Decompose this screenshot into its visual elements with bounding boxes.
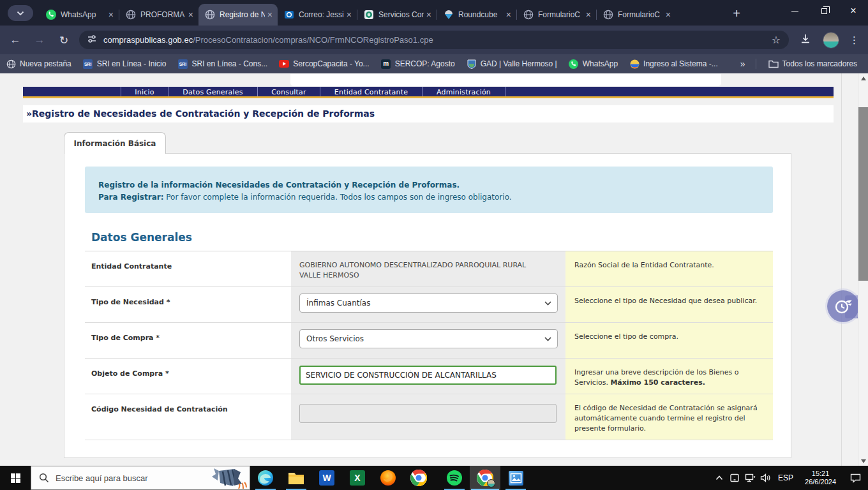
url-text[interactable]: compraspublicas.gob.ec/ProcesoContrataci… — [103, 35, 772, 45]
menu-item-administracion[interactable]: Administración — [423, 87, 505, 96]
bookmark-item[interactable]: Nueva pestaña — [0, 57, 77, 71]
tray-volume-icon[interactable] — [758, 466, 773, 490]
tipo-compra-select[interactable]: Otros Servicios — [299, 329, 558, 348]
bookmarks-overflow-icon[interactable]: » — [737, 59, 749, 69]
tab-close-icon[interactable]: × — [267, 10, 273, 19]
forward-button[interactable]: → — [31, 32, 48, 48]
menu-item-consultar[interactable]: Consultar — [258, 87, 320, 96]
taskbar-excel[interactable]: X — [342, 466, 373, 490]
fast-clock-icon — [827, 290, 858, 322]
tab-close-icon[interactable]: × — [586, 10, 591, 19]
tray-chevron-up-icon[interactable] — [712, 466, 727, 490]
taskbar-chrome-active[interactable] — [470, 466, 500, 490]
language-indicator[interactable]: ESP — [773, 473, 798, 482]
floating-timer-widget[interactable] — [827, 290, 858, 323]
bookmark-label: SRI en Línea - Inicio — [97, 59, 167, 68]
browser-tab-strip: WhatsApp × PROFORMA × Registro de N × Co… — [0, 0, 868, 26]
menu-item-datos-generales[interactable]: Datos Generales — [168, 87, 258, 96]
menu-item-entidad-contratante[interactable]: Entidad Contratante — [320, 87, 423, 96]
bookmark-item[interactable]: m SERCOP: Agosto — [375, 57, 461, 71]
bookmark-item[interactable]: GAD | Valle Hermoso | — [461, 57, 563, 71]
tab-title: FormularioC — [618, 10, 663, 19]
ecuador-emblem-icon — [629, 59, 640, 69]
minimize-icon — [791, 11, 798, 11]
tab-informacion-basica[interactable]: Información Básica — [64, 132, 166, 154]
menu-spacer — [23, 87, 121, 96]
windows-logo-icon — [11, 473, 20, 483]
angelfish-illustration — [210, 467, 248, 490]
back-button[interactable]: ← — [7, 32, 24, 48]
window-close-button[interactable]: × — [839, 0, 868, 22]
bookmark-item[interactable]: SercopCapacita - Yo... — [273, 57, 375, 71]
tab-close-icon[interactable]: × — [347, 10, 352, 19]
taskbar-search-box[interactable]: Escribe aquí para buscar — [31, 466, 250, 490]
search-placeholder: Escribe aquí para buscar — [56, 473, 148, 483]
value-cell: GOBIERNO AUTONOMO DESCENTRALIZADO PARROQ… — [291, 251, 565, 286]
value-cell: Otros Servicios — [291, 323, 565, 358]
objeto-compra-input[interactable] — [299, 366, 557, 385]
browser-tab-roundcube[interactable]: Roundcube × — [437, 4, 516, 26]
tipo-necesidad-select[interactable]: Ínfimas Cuantías — [299, 293, 558, 313]
taskbar-photos[interactable] — [500, 466, 531, 490]
start-button[interactable] — [0, 466, 31, 490]
page-scrollbar[interactable] — [858, 73, 868, 466]
all-bookmarks-button[interactable]: Todos los marcadores — [763, 57, 863, 71]
tray-tablet-icon[interactable] — [727, 466, 742, 490]
action-center-icon[interactable] — [842, 466, 868, 490]
label-codigo-necesidad: Código Necesidad de Contratación — [85, 394, 291, 440]
excel-icon: X — [350, 470, 365, 486]
tab-search-button[interactable] — [8, 5, 33, 21]
label-entidad-contratante: Entidad Contratante — [85, 251, 291, 286]
taskbar-clock[interactable]: 15:21 26/6/2024 — [798, 470, 842, 486]
new-tab-button[interactable]: + — [728, 5, 745, 22]
profile-avatar[interactable] — [823, 32, 839, 48]
site-settings-icon[interactable] — [87, 34, 97, 47]
tray-network-icon[interactable] — [742, 466, 758, 490]
reload-button[interactable]: ↻ — [56, 32, 72, 48]
chrome-icon — [410, 470, 427, 486]
tab-close-icon[interactable]: × — [188, 10, 193, 19]
window-restore-button[interactable] — [809, 0, 839, 22]
tab-close-icon[interactable]: × — [426, 10, 431, 19]
browser-menu-icon[interactable]: ⋮ — [849, 34, 859, 46]
address-bar[interactable]: compraspublicas.gob.ec/ProcesoContrataci… — [79, 31, 789, 49]
tab-close-icon[interactable]: × — [666, 10, 671, 19]
restore-icon — [821, 8, 827, 14]
scrollbar-thumb[interactable] — [858, 107, 868, 281]
taskbar-word[interactable]: W — [311, 466, 342, 490]
window-minimize-button[interactable] — [780, 0, 809, 22]
bookmarks-separator — [756, 59, 756, 69]
browser-tab-formulario-2[interactable]: FormularioC × — [597, 4, 676, 26]
browser-tab-whatsapp[interactable]: WhatsApp × — [40, 4, 119, 26]
bookmark-star-icon[interactable]: ☆ — [772, 34, 781, 46]
bookmark-item[interactable]: SRI SRI en Línea - Inicio — [77, 57, 172, 71]
taskbar-spotify[interactable] — [439, 466, 470, 490]
whatsapp-icon — [569, 59, 579, 69]
browser-tab-formulario-1[interactable]: FormularioC × — [517, 4, 596, 26]
bookmark-label: GAD | Valle Hermoso | — [481, 59, 557, 68]
taskbar-file-explorer[interactable] — [281, 466, 311, 490]
bookmark-label: WhatsApp — [583, 59, 618, 68]
browser-tab-proforma[interactable]: PROFORMA × — [119, 4, 198, 26]
browser-tab-registro-active[interactable]: Registro de N × — [198, 4, 278, 26]
label-objeto-compra: Objeto de Compra * — [85, 359, 291, 394]
tab-close-icon[interactable]: × — [108, 10, 114, 19]
taskbar-edge[interactable] — [250, 466, 281, 490]
browser-tab-servicios[interactable]: Servicios Cor × — [357, 4, 437, 26]
taskbar-chrome[interactable] — [403, 466, 434, 490]
taskbar-firefox[interactable] — [373, 466, 403, 490]
bookmark-item[interactable]: SRI SRI en Línea - Cons... — [172, 57, 273, 71]
browser-tab-correo[interactable]: Correo: Jessi × — [278, 4, 357, 26]
word-icon: W — [319, 470, 334, 486]
tab-close-icon[interactable]: × — [506, 10, 511, 19]
scroll-up-arrow[interactable] — [858, 73, 868, 83]
entidad-contratante-value: GOBIERNO AUTONOMO DESCENTRALIZADO PARROQ… — [291, 251, 546, 281]
bookmark-item[interactable]: Ingreso al Sistema -... — [624, 57, 724, 71]
downloads-icon[interactable] — [800, 33, 811, 47]
tab-title: Roundcube — [458, 10, 504, 19]
label-tipo-necesidad: Tipo de Necesidad * — [85, 287, 291, 322]
bookmark-item[interactable]: WhatsApp — [563, 57, 624, 71]
menu-item-inicio[interactable]: Inicio — [121, 87, 168, 96]
scroll-down-arrow[interactable] — [858, 456, 868, 466]
tipo-necesidad-selected: Ínfimas Cuantías — [306, 299, 370, 308]
